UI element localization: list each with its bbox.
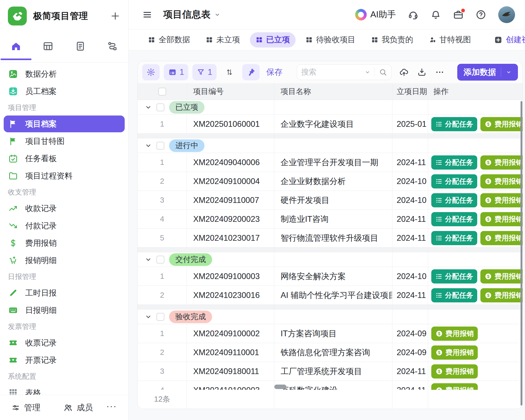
- sort-button[interactable]: [221, 64, 238, 80]
- project-date-cell[interactable]: 2025-01: [392, 115, 428, 133]
- export-button[interactable]: [417, 67, 427, 77]
- table-row[interactable]: 4XM202409200023制造业IT咨询2024-11分配任务$费用报销: [138, 210, 523, 229]
- project-date-cell[interactable]: 2024-11: [392, 153, 428, 172]
- table-row[interactable]: 5XM202410230017智行物流管理软件升级项目2024-11分配任务$费…: [138, 229, 523, 248]
- project-code-cell[interactable]: XM202409110007: [187, 191, 274, 209]
- settings-button[interactable]: [142, 64, 160, 80]
- sidebar-item-项目甘特图[interactable]: 项目甘特图: [4, 133, 125, 150]
- project-name-cell[interactable]: 网络安全解决方案: [274, 267, 392, 286]
- project-code-cell[interactable]: XM202409100004: [187, 172, 274, 191]
- view-tab-已立项[interactable]: 已立项: [250, 32, 296, 48]
- more-actions-button[interactable]: [435, 67, 444, 77]
- project-code-cell[interactable]: XM202410230017: [187, 229, 274, 247]
- sidebar-item-开票记录[interactable]: 开票记录: [4, 352, 125, 369]
- add-data-button[interactable]: 添加数据: [457, 64, 518, 81]
- group-collapse-icon[interactable]: [145, 104, 152, 111]
- project-name-cell[interactable]: 工厂管理系统开发项目: [274, 362, 392, 381]
- expense-claim-button[interactable]: $费用报销: [480, 269, 523, 284]
- user-avatar[interactable]: [498, 6, 515, 23]
- expense-claim-button[interactable]: $费用报销: [480, 193, 523, 207]
- manage-button[interactable]: 管理: [12, 402, 40, 413]
- expense-claim-button[interactable]: $费用报销: [431, 383, 478, 390]
- assign-task-button[interactable]: 分配任务: [431, 212, 477, 226]
- workspace-button[interactable]: [453, 9, 464, 20]
- assign-task-button[interactable]: 分配任务: [431, 117, 477, 131]
- view-tab-创建视图[interactable]: 创建视图: [488, 32, 525, 48]
- project-name-cell[interactable]: 硬件开发项目: [274, 191, 392, 209]
- sidebar-item-项目过程资料[interactable]: 项目过程资料: [4, 167, 125, 184]
- table-row[interactable]: 1XM202501060001企业数字化建设项目2025-01分配任务$费用报销: [138, 115, 523, 134]
- sidebar-tab-flow[interactable]: [96, 32, 128, 60]
- assign-task-button[interactable]: 分配任务: [431, 269, 477, 284]
- expense-claim-button[interactable]: $费用报销: [480, 288, 523, 302]
- group-checkbox[interactable]: [156, 313, 164, 321]
- table-row[interactable]: 1XM202409040006企业管理平台开发项目一期2024-11分配任务$费…: [138, 153, 523, 172]
- project-name-cell[interactable]: 铁路信息化管理方案咨询: [274, 343, 392, 362]
- vertical-scrollbar[interactable]: [521, 101, 522, 406]
- column-header-name[interactable]: 项目名称: [274, 83, 392, 100]
- expense-claim-button[interactable]: $费用报销: [480, 117, 523, 131]
- expense-claim-button[interactable]: $费用报销: [431, 364, 478, 379]
- column-header-code[interactable]: 项目编号: [187, 83, 274, 100]
- add-data-caret-icon[interactable]: [506, 69, 512, 75]
- expense-claim-button[interactable]: $费用报销: [431, 345, 478, 360]
- project-name-cell[interactable]: 智行物流管理软件升级项目: [274, 229, 392, 247]
- project-code-cell[interactable]: XM202501060001: [187, 115, 274, 133]
- sidebar-item-费用报销[interactable]: 费用报销: [4, 235, 125, 251]
- project-code-cell[interactable]: XM202410230016: [187, 286, 274, 304]
- search-scope-caret-icon[interactable]: [365, 69, 370, 75]
- group-checkbox[interactable]: [156, 142, 164, 150]
- expense-claim-button[interactable]: $费用报销: [480, 155, 523, 170]
- sidebar-item-工时日报[interactable]: 工时日报: [4, 285, 125, 301]
- project-date-cell[interactable]: 2024-10: [392, 191, 428, 209]
- sidebar-item-收票记录[interactable]: 收票记录: [4, 334, 125, 351]
- project-date-cell[interactable]: 2024-11: [392, 286, 428, 304]
- project-name-cell[interactable]: 企业数字化建设项目: [274, 115, 392, 133]
- project-date-cell[interactable]: 2024-10: [392, 267, 428, 286]
- project-date-cell[interactable]: 2024-11: [392, 210, 428, 228]
- project-name-cell[interactable]: 企业业财数据分析: [274, 172, 392, 191]
- project-code-cell[interactable]: XM202410100003: [187, 381, 274, 390]
- project-date-cell[interactable]: 2024-09: [392, 324, 428, 343]
- filter-button[interactable]: 1: [192, 64, 216, 80]
- sidebar-item-数据分析[interactable]: ¥数据分析: [4, 66, 125, 82]
- column-header-ops[interactable]: 操作: [428, 83, 523, 100]
- group-checkbox[interactable]: [156, 256, 164, 264]
- sidebar-item-表格[interactable]: 表格: [4, 384, 125, 395]
- project-name-cell[interactable]: 企业管理平台开发项目一期: [274, 153, 392, 172]
- ai-assistant-button[interactable]: AI助手: [355, 9, 396, 20]
- table-row[interactable]: 1XM202409100003网络安全解决方案2024-10分配任务$费用报销: [138, 267, 523, 286]
- search-icon[interactable]: [379, 68, 387, 76]
- support-headset-button[interactable]: [408, 9, 418, 20]
- table-row[interactable]: 2XM202410230016AI 辅助个性化学习平台建设项目2024-11分配…: [138, 286, 523, 305]
- table-row[interactable]: 3XM202409110007硬件开发项目2024-10分配任务$费用报销: [138, 191, 523, 210]
- notifications-button[interactable]: [430, 9, 441, 20]
- table-row[interactable]: 2XM202409100004企业业财数据分析2024-10分配任务$费用报销: [138, 172, 523, 191]
- group-collapse-icon[interactable]: [145, 313, 152, 320]
- sidebar-item-报销明细[interactable]: 报销明细: [4, 252, 125, 269]
- sidebar-item-任务看板[interactable]: 任务看板: [4, 150, 125, 167]
- assign-task-button[interactable]: 分配任务: [431, 155, 477, 170]
- assign-task-button[interactable]: 分配任务: [431, 174, 477, 188]
- add-app-button[interactable]: [110, 11, 120, 21]
- table-title-caret-icon[interactable]: [214, 12, 220, 18]
- group-checkbox[interactable]: [156, 103, 164, 111]
- table-row[interactable]: 1XM202409100002IT方案咨询项目2024-09$费用报销: [138, 324, 523, 343]
- project-code-cell[interactable]: XM202409100003: [187, 267, 274, 286]
- sidebar-item-收款记录[interactable]: 收款记录: [4, 200, 125, 217]
- sidebar-more-button[interactable]: ···: [106, 401, 117, 414]
- project-date-cell[interactable]: 2024-09: [392, 343, 428, 362]
- select-all-checkbox[interactable]: [158, 88, 166, 96]
- sidebar-tab-home[interactable]: [0, 32, 32, 60]
- project-code-cell[interactable]: XM202409100002: [187, 324, 274, 343]
- project-code-cell[interactable]: XM202409200023: [187, 210, 274, 228]
- view-tab-甘特视图[interactable]: 甘特视图: [423, 32, 477, 48]
- project-name-cell[interactable]: 万科数字化建设: [274, 381, 392, 390]
- group-collapse-icon[interactable]: [145, 142, 152, 149]
- sidebar-tab-grid-table[interactable]: [32, 32, 64, 60]
- expense-claim-button[interactable]: $费用报销: [480, 231, 523, 245]
- assign-task-button[interactable]: 分配任务: [431, 231, 477, 245]
- view-tab-我负责的[interactable]: 我负责的: [365, 32, 419, 48]
- project-code-cell[interactable]: XM202409110001: [187, 343, 274, 362]
- table-row[interactable]: 4XM202410100003万科数字化建设2024-11$费用报销: [138, 381, 523, 390]
